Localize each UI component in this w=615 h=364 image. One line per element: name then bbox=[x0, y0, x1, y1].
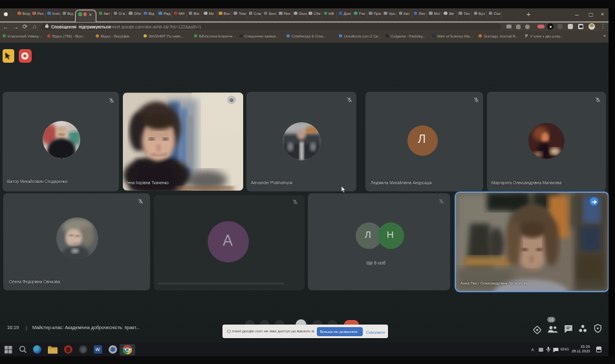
svg-text:16: 16 bbox=[549, 317, 554, 322]
